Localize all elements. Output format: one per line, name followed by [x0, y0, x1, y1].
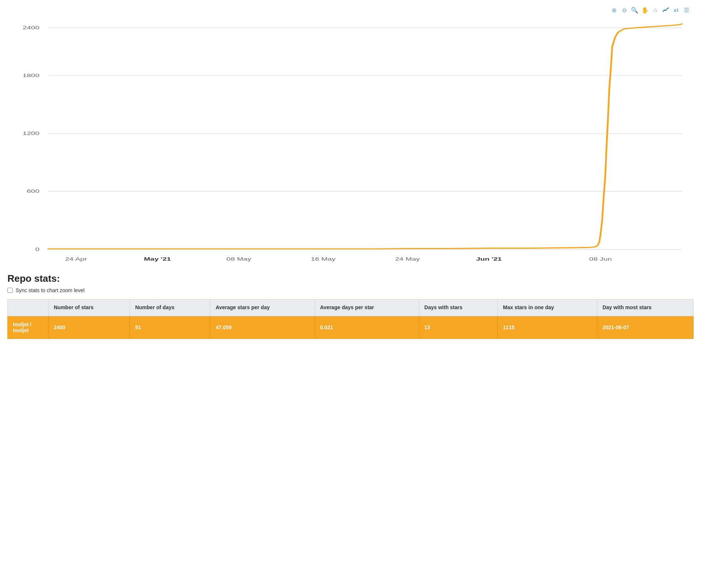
svg-text:May '21: May '21 — [144, 256, 171, 262]
col-header-max-stars: Max stars in one day — [498, 300, 597, 316]
zoom-search-icon[interactable]: 🔍 — [631, 6, 639, 14]
zoom-out-icon[interactable]: ⊖ — [620, 6, 628, 14]
svg-text:1800: 1800 — [23, 72, 39, 78]
menu-icon[interactable]: ☰ — [682, 6, 691, 14]
stats-table: Number of stars Number of days Average s… — [7, 299, 694, 339]
cell-days: 51 — [130, 316, 210, 338]
cell-max-stars: 1115 — [498, 316, 597, 338]
home-icon[interactable]: ⌂ — [651, 6, 659, 14]
table-header-row: Number of stars Number of days Average s… — [8, 300, 694, 316]
cell-avg-stars: 47.059 — [210, 316, 315, 338]
svg-text:0: 0 — [35, 246, 39, 252]
sync-checkbox[interactable] — [7, 288, 13, 293]
col-header-days: Number of days — [130, 300, 210, 316]
svg-text:08 May: 08 May — [227, 256, 251, 262]
col-header-avg-stars: Average stars per day — [210, 300, 315, 316]
svg-text:24 May: 24 May — [395, 256, 420, 262]
repo-stats-title: Repo stats: — [7, 273, 694, 284]
sync-label[interactable]: Sync stats to chart zoom level — [16, 287, 85, 293]
svg-text:Jun '21: Jun '21 — [476, 256, 502, 262]
cell-repo-name: tooljet / tooljet — [8, 316, 49, 338]
cell-avg-days: 0.021 — [315, 316, 419, 338]
zoom-in-icon[interactable]: ⊕ — [610, 6, 618, 14]
repo-stats-section: Repo stats: Sync stats to chart zoom lev… — [7, 273, 694, 339]
line-chart-icon[interactable] — [662, 6, 670, 14]
col-header-name — [8, 300, 49, 316]
col-header-days-with-stars: Days with stars — [419, 300, 498, 316]
svg-text:08 Jun: 08 Jun — [589, 256, 612, 262]
cell-stars: 2400 — [49, 316, 130, 338]
svg-text:600: 600 — [27, 188, 39, 194]
svg-text:2400: 2400 — [23, 25, 39, 31]
col-header-day-most-stars: Day with most stars — [597, 300, 694, 316]
sync-row: Sync stats to chart zoom level — [7, 287, 694, 293]
chart-container: 0 600 1200 1800 2400 24 Apr May '21 08 M… — [7, 16, 694, 268]
table-row: tooljet / tooljet 2400 51 47.059 0.021 1… — [8, 316, 694, 338]
svg-text:16 May: 16 May — [311, 256, 336, 262]
chart-toolbar: ⊕ ⊖ 🔍 ✋ ⌂ x1 ☰ — [7, 4, 694, 16]
cell-day-most-stars: 2021-06-07 — [597, 316, 694, 338]
pan-icon[interactable]: ✋ — [641, 6, 649, 14]
col-header-stars: Number of stars — [49, 300, 130, 316]
reset-axis-icon[interactable]: x1 — [672, 6, 680, 14]
cell-days-with-stars: 13 — [419, 316, 498, 338]
svg-text:24 Apr: 24 Apr — [65, 256, 87, 262]
col-header-avg-days: Average days per star — [315, 300, 419, 316]
svg-text:1200: 1200 — [23, 131, 39, 136]
